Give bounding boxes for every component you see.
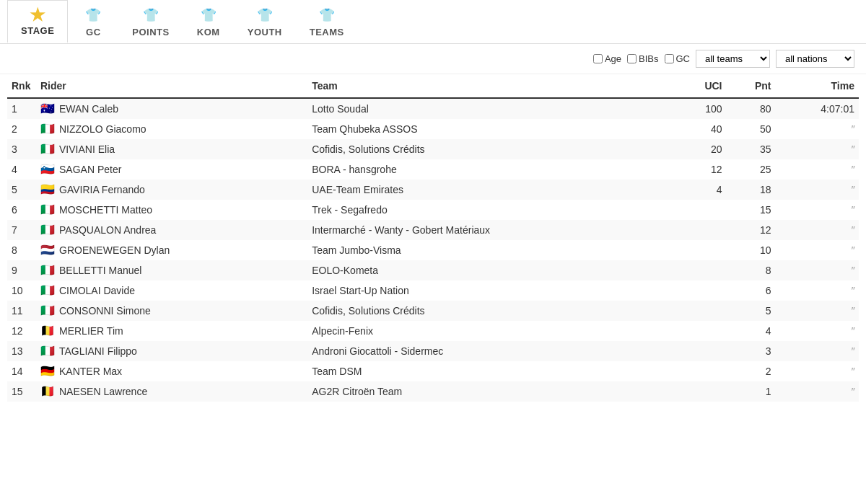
tab-points[interactable]: 👕POINTS bbox=[118, 0, 183, 43]
cell-uci bbox=[675, 260, 726, 280]
rider-flag: 🇮🇹 bbox=[40, 265, 56, 275]
cell-rnk: 4 bbox=[7, 159, 36, 180]
cell-uci bbox=[675, 321, 726, 341]
cell-rnk: 10 bbox=[7, 280, 36, 301]
gc-checkbox[interactable] bbox=[665, 54, 674, 63]
cell-team: BORA - hansgrohe bbox=[307, 159, 675, 180]
rider-name: GAVIRIA Fernando bbox=[59, 184, 145, 195]
cell-time: ″ bbox=[775, 280, 859, 301]
cell-rnk: 12 bbox=[7, 321, 36, 341]
rider-name: EWAN Caleb bbox=[59, 103, 118, 115]
cell-time: ″ bbox=[775, 119, 859, 139]
cell-pnt: 18 bbox=[727, 180, 776, 200]
bibs-filter[interactable]: BIBs bbox=[627, 53, 658, 64]
rider-flag: 🇮🇹 bbox=[40, 306, 56, 316]
cell-uci bbox=[675, 280, 726, 301]
kom-tab-icon: 👕 bbox=[201, 6, 216, 25]
cell-rnk: 6 bbox=[7, 200, 36, 220]
tab-kom[interactable]: 👕KOM bbox=[183, 0, 234, 43]
cell-time: ″ bbox=[775, 321, 859, 341]
bibs-label: BIBs bbox=[639, 53, 658, 64]
cell-pnt: 5 bbox=[727, 301, 776, 321]
cell-pnt: 12 bbox=[727, 220, 776, 240]
tab-teams[interactable]: 👕TEAMS bbox=[296, 0, 358, 43]
rider-name: GROENEWEGEN Dylan bbox=[59, 244, 170, 256]
stage-tab-icon: ★ bbox=[30, 6, 46, 24]
cell-team: AG2R Citroën Team bbox=[307, 381, 675, 402]
col-uci: UCI bbox=[675, 74, 726, 98]
cell-rider: 🇮🇹NIZZOLO Giacomo bbox=[36, 119, 307, 139]
cell-rider: 🇮🇹MOSCHETTI Matteo bbox=[36, 200, 307, 220]
cell-rnk: 11 bbox=[7, 301, 36, 321]
teams-select[interactable]: all teams bbox=[696, 50, 770, 68]
rider-flag: 🇮🇹 bbox=[40, 286, 56, 296]
cell-uci: 12 bbox=[675, 159, 726, 180]
col-rider: Rider bbox=[36, 74, 307, 98]
tabs-container: ★STAGE👕GC👕POINTS👕KOM👕YOUTH👕TEAMS bbox=[0, 0, 866, 44]
cell-team: Intermarché - Wanty - Gobert Matériaux bbox=[307, 220, 675, 240]
cell-uci bbox=[675, 341, 726, 361]
table-row: 12🇧🇪MERLIER TimAlpecin-Fenix4″ bbox=[7, 321, 859, 341]
cell-rider: 🇳🇱GROENEWEGEN Dylan bbox=[36, 240, 307, 260]
cell-rider: 🇨🇴GAVIRIA Fernando bbox=[36, 180, 307, 200]
cell-pnt: 2 bbox=[727, 361, 776, 381]
rider-name: NIZZOLO Giacomo bbox=[59, 123, 146, 135]
rider-flag: 🇮🇹 bbox=[40, 205, 56, 215]
table-row: 5🇨🇴GAVIRIA FernandoUAE-Team Emirates418″ bbox=[7, 180, 859, 200]
cell-team: Cofidis, Solutions Crédits bbox=[307, 301, 675, 321]
rider-name: KANTER Max bbox=[59, 366, 122, 377]
tab-stage[interactable]: ★STAGE bbox=[7, 0, 68, 43]
cell-rider: 🇮🇹BELLETTI Manuel bbox=[36, 260, 307, 280]
cell-rnk: 3 bbox=[7, 139, 36, 159]
rider-name: MERLIER Tim bbox=[59, 325, 123, 337]
nations-select[interactable]: all nations bbox=[776, 50, 854, 68]
points-tab-label: POINTS bbox=[132, 27, 169, 37]
cell-pnt: 1 bbox=[727, 381, 776, 402]
age-checkbox[interactable] bbox=[593, 54, 603, 63]
table-header: Rnk Rider Team UCI Pnt Time bbox=[7, 74, 859, 98]
table-row: 9🇮🇹BELLETTI ManuelEOLO-Kometa8″ bbox=[7, 260, 859, 280]
cell-rnk: 1 bbox=[7, 98, 36, 119]
cell-uci bbox=[675, 200, 726, 220]
table-row: 7🇮🇹PASQUALON AndreaIntermarché - Wanty -… bbox=[7, 220, 859, 240]
cell-pnt: 80 bbox=[727, 98, 776, 119]
cell-rider: 🇮🇹CONSONNI Simone bbox=[36, 301, 307, 321]
cell-team: Lotto Soudal bbox=[307, 98, 675, 119]
table-row: 14🇩🇪KANTER MaxTeam DSM2″ bbox=[7, 361, 859, 381]
cell-pnt: 10 bbox=[727, 240, 776, 260]
table-row: 8🇳🇱GROENEWEGEN DylanTeam Jumbo-Visma10″ bbox=[7, 240, 859, 260]
cell-uci: 4 bbox=[675, 180, 726, 200]
cell-team: Team DSM bbox=[307, 361, 675, 381]
svg-text:👕: 👕 bbox=[85, 7, 101, 22]
age-filter[interactable]: Age bbox=[593, 53, 621, 64]
bibs-checkbox[interactable] bbox=[627, 54, 637, 63]
col-pnt: Pnt bbox=[727, 74, 776, 98]
table-row: 2🇮🇹NIZZOLO GiacomoTeam Qhubeka ASSOS4050… bbox=[7, 119, 859, 139]
teams-tab-icon: 👕 bbox=[319, 6, 335, 25]
cell-pnt: 3 bbox=[727, 341, 776, 361]
cell-pnt: 35 bbox=[727, 139, 776, 159]
cell-uci bbox=[675, 220, 726, 240]
svg-text:👕: 👕 bbox=[201, 7, 216, 22]
cell-rnk: 5 bbox=[7, 180, 36, 200]
rider-flag: 🇮🇹 bbox=[40, 144, 56, 154]
rider-flag: 🇨🇴 bbox=[40, 185, 56, 195]
cell-time: ″ bbox=[775, 200, 859, 220]
tab-youth[interactable]: 👕YOUTH bbox=[234, 0, 296, 43]
cell-time: 4:07:01 bbox=[775, 98, 859, 119]
cell-uci bbox=[675, 381, 726, 402]
cell-rider: 🇸🇮SAGAN Peter bbox=[36, 159, 307, 180]
cell-pnt: 6 bbox=[727, 280, 776, 301]
cell-time: ″ bbox=[775, 240, 859, 260]
cell-pnt: 25 bbox=[727, 159, 776, 180]
cell-time: ″ bbox=[775, 180, 859, 200]
cell-rnk: 2 bbox=[7, 119, 36, 139]
cell-rnk: 14 bbox=[7, 361, 36, 381]
cell-rider: 🇮🇹PASQUALON Andrea bbox=[36, 220, 307, 240]
rider-flag: 🇮🇹 bbox=[40, 346, 56, 356]
gc-filter[interactable]: GC bbox=[665, 53, 691, 64]
cell-uci bbox=[675, 301, 726, 321]
table-body: 1🇦🇺EWAN CalebLotto Soudal100804:07:012🇮🇹… bbox=[7, 98, 859, 402]
results-table: Rnk Rider Team UCI Pnt Time 1🇦🇺EWAN Cale… bbox=[7, 74, 859, 402]
tab-gc[interactable]: 👕GC bbox=[68, 0, 118, 43]
